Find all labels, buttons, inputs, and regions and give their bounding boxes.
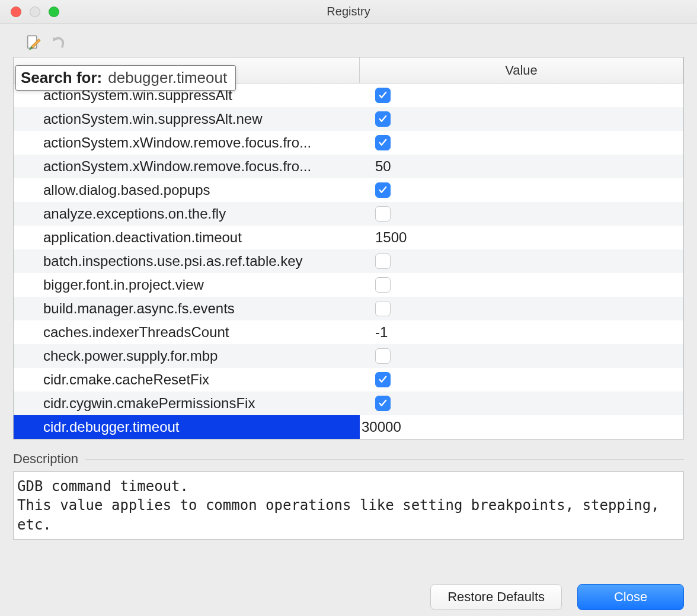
registry-value[interactable]: 50	[360, 155, 683, 178]
registry-key: allow.dialog.based.popups	[14, 178, 360, 202]
checkbox[interactable]	[375, 111, 391, 127]
registry-key: analyze.exceptions.on.the.fly	[14, 202, 360, 226]
titlebar: Registry	[0, 0, 697, 24]
edit-icon[interactable]	[25, 34, 41, 51]
toolbar	[0, 24, 697, 57]
checkbox[interactable]	[375, 182, 391, 198]
checkbox[interactable]	[375, 277, 391, 293]
header-value[interactable]: Value	[360, 57, 683, 83]
registry-value[interactable]	[360, 249, 683, 273]
undo-icon[interactable]	[50, 34, 66, 51]
registry-key: check.power.supply.for.mbp	[14, 344, 360, 368]
table-row[interactable]: batch.inspections.use.psi.as.ref.table.k…	[14, 249, 683, 273]
close-button[interactable]: Close	[577, 584, 684, 610]
checkbox[interactable]	[375, 348, 391, 364]
registry-table: Key Value actionSystem.win.suppressAltac…	[13, 57, 684, 439]
registry-value[interactable]: 30000	[360, 415, 683, 439]
content-area: Key Value actionSystem.win.suppressAltac…	[0, 57, 697, 572]
registry-key: cidr.debugger.timeout	[14, 415, 360, 439]
description-text: GDB command timeout. This value applies …	[13, 471, 684, 540]
registry-value[interactable]	[360, 368, 683, 392]
registry-value[interactable]	[360, 273, 683, 297]
checkbox[interactable]	[375, 88, 391, 103]
registry-key: actionSystem.win.suppressAlt.new	[14, 107, 360, 131]
table-row[interactable]: actionSystem.xWindow.remove.focus.fro...	[14, 131, 683, 155]
table-body: actionSystem.win.suppressAltactionSystem…	[14, 84, 683, 439]
table-row[interactable]: cidr.debugger.timeout30000	[14, 415, 683, 439]
checkbox[interactable]	[375, 372, 391, 387]
registry-key: cidr.cmake.cacheResetFix	[14, 368, 360, 392]
table-row[interactable]: analyze.exceptions.on.the.fly	[14, 202, 683, 226]
registry-key: build.manager.async.fs.events	[14, 297, 360, 320]
registry-value[interactable]	[360, 392, 683, 415]
divider	[85, 459, 684, 460]
table-row[interactable]: caches.indexerThreadsCount-1	[14, 320, 683, 344]
dialog-footer: Restore Defaults Close	[0, 572, 697, 616]
search-label: Search for:	[21, 69, 102, 87]
registry-key: actionSystem.xWindow.remove.focus.fro...	[14, 155, 360, 178]
table-row[interactable]: check.power.supply.for.mbp	[14, 344, 683, 368]
table-row[interactable]: allow.dialog.based.popups	[14, 178, 683, 202]
registry-value[interactable]	[360, 297, 683, 320]
registry-key: caches.indexerThreadsCount	[14, 320, 360, 344]
table-row[interactable]: cidr.cygwin.cmakePermissionsFix	[14, 392, 683, 415]
checkbox[interactable]	[375, 135, 391, 150]
search-value: debugger.timeout	[108, 69, 227, 87]
table-row[interactable]: build.manager.async.fs.events	[14, 297, 683, 320]
registry-value[interactable]	[360, 107, 683, 131]
registry-value[interactable]	[360, 202, 683, 226]
description-section-label: Description	[13, 451, 684, 467]
checkbox[interactable]	[375, 254, 391, 269]
registry-value[interactable]	[360, 84, 683, 107]
registry-key: actionSystem.xWindow.remove.focus.fro...	[14, 131, 360, 155]
registry-window: Registry Search for: debugger.timeout Ke…	[0, 0, 697, 616]
table-row[interactable]: actionSystem.win.suppressAlt.new	[14, 107, 683, 131]
checkbox[interactable]	[375, 396, 391, 411]
window-title: Registry	[0, 5, 697, 18]
checkbox[interactable]	[375, 301, 391, 316]
registry-value[interactable]: -1	[360, 320, 683, 344]
search-overlay[interactable]: Search for: debugger.timeout	[15, 65, 236, 91]
registry-key: bigger.font.in.project.view	[14, 273, 360, 297]
registry-value[interactable]	[360, 131, 683, 155]
registry-key: cidr.cygwin.cmakePermissionsFix	[14, 392, 360, 415]
registry-key: application.deactivation.timeout	[14, 226, 360, 249]
table-row[interactable]: application.deactivation.timeout1500	[14, 226, 683, 249]
table-row[interactable]: cidr.cmake.cacheResetFix	[14, 368, 683, 392]
registry-value[interactable]: 1500	[360, 226, 683, 249]
registry-value[interactable]	[360, 178, 683, 202]
table-row[interactable]: bigger.font.in.project.view	[14, 273, 683, 297]
table-row[interactable]: actionSystem.xWindow.remove.focus.fro...…	[14, 155, 683, 178]
checkbox[interactable]	[375, 206, 391, 222]
registry-value[interactable]	[360, 344, 683, 368]
registry-key: batch.inspections.use.psi.as.ref.table.k…	[14, 249, 360, 273]
description-label-text: Description	[13, 451, 78, 467]
restore-defaults-button[interactable]: Restore Defaults	[430, 584, 562, 610]
